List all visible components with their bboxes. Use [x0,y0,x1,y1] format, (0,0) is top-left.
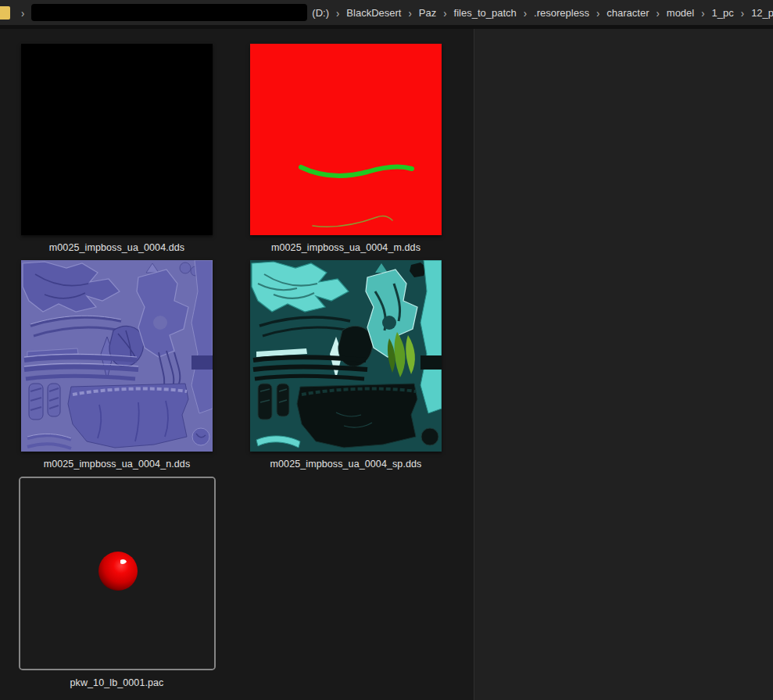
chevron-right-icon: › [329,5,346,19]
file-name-label: pkw_10_lb_0001.pac [21,670,213,695]
red-mask-texture-thumbnail [250,44,442,235]
breadcrumb-segment: Paz › [419,7,454,19]
file-item-pac[interactable]: pkw_10_lb_0001.pac [21,477,213,693]
breadcrumb-segment: files_to_patch › [454,7,535,19]
breadcrumb-segment: 12_pkw › [751,7,773,19]
file-name-label: m0025_impboss_ua_0004_n.dds [21,452,213,477]
breadcrumb-item[interactable]: Paz [419,7,436,19]
breadcrumb-segment: .resorepless › [534,7,607,19]
chevron-right-icon: › [589,5,607,19]
breadcrumb-item[interactable]: files_to_patch [454,7,517,19]
breadcrumb-item[interactable]: character [607,7,649,19]
right-empty-pane [474,29,773,700]
breadcrumb-item[interactable]: .resorepless [534,7,589,19]
chevron-right-icon: › [649,5,666,19]
file-item-dds-normal[interactable]: m0025_impboss_ua_0004_n.dds [21,260,213,477]
file-item-dds-mask[interactable]: m0025_impboss_ua_0004_m.dds [250,44,442,260]
normal-map-texture-thumbnail [21,260,213,452]
breadcrumb-segment: model › [667,7,712,19]
breadcrumb-item-drive[interactable]: (D:) [312,7,329,19]
chevron-right-icon: › [401,5,418,19]
breadcrumb-segment: character › [607,7,667,19]
redacted-drive-name [31,4,307,21]
file-name-label: m0025_impboss_ua_0004_m.dds [250,235,442,260]
breadcrumb-segment: 1_pc › [712,7,752,19]
chevron-right-icon: › [517,5,534,19]
file-name-label: m0025_impboss_ua_0004_sp.dds [250,452,442,477]
specular-map-texture-thumbnail [250,260,442,452]
chevron-right-icon: › [436,5,453,19]
breadcrumb-bar: › (D:) › BlackDesert › Paz › files_to_pa… [0,0,773,25]
chevron-right-icon: › [14,5,31,19]
file-browser-content: m0025_impboss_ua_0004.dds m0025_impboss_… [0,29,474,700]
breadcrumb-item[interactable]: 1_pc [712,7,734,19]
breadcrumb-item[interactable]: 12_pkw [751,7,773,19]
pac-red-sphere-thumbnail [19,477,216,670]
breadcrumb-item[interactable]: BlackDesert [346,7,401,19]
chevron-right-icon: › [734,5,751,19]
file-item-dds-diffuse[interactable]: m0025_impboss_ua_0004.dds [21,44,213,260]
breadcrumb-item[interactable]: model [667,7,694,19]
breadcrumb-segment: BlackDesert › [346,7,418,19]
file-grid: m0025_impboss_ua_0004.dds m0025_impboss_… [21,44,474,693]
chevron-right-icon: › [694,5,711,19]
breadcrumb-items: BlackDesert › Paz › files_to_patch › .re… [346,7,773,19]
folder-icon[interactable] [0,6,10,20]
file-name-label: m0025_impboss_ua_0004.dds [21,235,213,260]
file-item-dds-specular[interactable]: m0025_impboss_ua_0004_sp.dds [250,260,442,477]
black-texture-thumbnail [21,44,213,235]
